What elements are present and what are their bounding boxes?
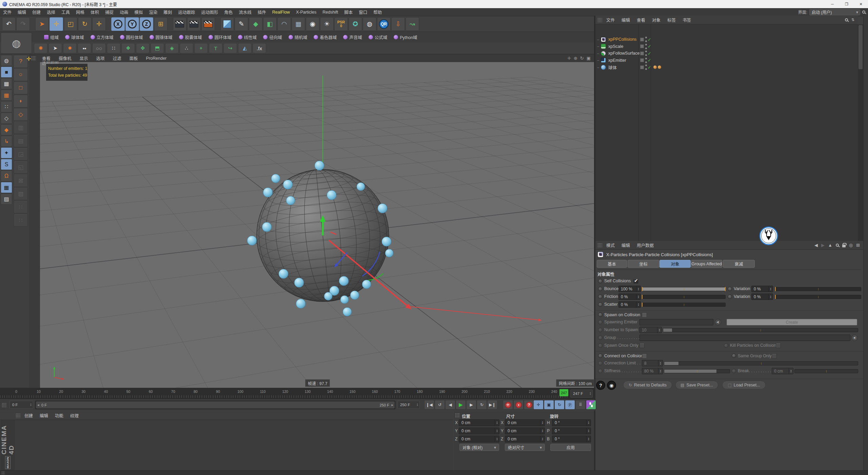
break-field[interactable]: 0 cm (772, 368, 793, 374)
field-preset-button[interactable]: Python域 (394, 34, 417, 40)
object-picker-icon[interactable] (715, 319, 721, 325)
object-name[interactable]: xpFollowSurface (608, 51, 639, 56)
search-icon[interactable] (845, 18, 848, 21)
maximize-button[interactable]: ❐ (840, 0, 854, 8)
polygon-selection[interactable]: ◇ (14, 108, 28, 121)
move-tool[interactable]: ✛ (50, 17, 63, 31)
menu-item[interactable]: RealFlow (269, 8, 293, 16)
object-name[interactable]: xpEmitter (608, 58, 626, 63)
search-icon[interactable] (836, 244, 839, 247)
transfer-tool[interactable]: ◱ (14, 161, 28, 174)
key-scale[interactable]: ▣ (544, 400, 554, 410)
center-tool[interactable]: ◲ (14, 148, 28, 160)
enabled-checkmark[interactable] (648, 37, 651, 42)
interface-select[interactable]: 启动 (用户) (809, 9, 860, 15)
friction-variation-slider[interactable] (775, 295, 861, 299)
am-menu-item[interactable]: 模式 (603, 241, 618, 249)
om-menu-item[interactable]: 标签 (664, 16, 679, 24)
field-preset-button[interactable]: 随机域 (289, 34, 308, 40)
group-field[interactable] (639, 335, 850, 341)
menu-item[interactable]: 网格 (73, 8, 87, 16)
connect-on-collision-checkbox[interactable] (642, 354, 647, 359)
size-x-field[interactable]: 0 cm (505, 419, 545, 426)
select-points[interactable]: ➤ (48, 43, 62, 53)
menu-item[interactable]: 编辑 (15, 8, 29, 16)
dots-grid-1[interactable]: ∷ (14, 201, 28, 213)
menu-item[interactable]: 选择 (44, 8, 58, 16)
om-menu-item[interactable]: 编辑 (618, 16, 633, 24)
play-forward[interactable]: ▶ (456, 400, 466, 410)
knife[interactable]: ◭ (238, 43, 252, 53)
same-group-checkbox[interactable] (772, 354, 777, 359)
download[interactable]: ⇩ (391, 17, 405, 31)
timeline-ruler[interactable]: 247 247 F 010203040506070809010011012013… (0, 388, 595, 399)
menu-item[interactable]: 插件 (255, 8, 269, 16)
object-icon[interactable] (601, 65, 606, 70)
break-slider[interactable] (794, 369, 858, 373)
autokey[interactable]: ◑ (513, 400, 524, 410)
lock-y-axis[interactable]: Y (125, 17, 139, 31)
edges-mode[interactable]: ◇ (1, 113, 12, 124)
layer-swatch[interactable] (640, 52, 644, 55)
polygons-mode[interactable]: ◆ (1, 124, 12, 135)
field-preset-button[interactable]: 圆柱体域 (120, 34, 143, 40)
material-menu-item[interactable]: 纹理 (67, 411, 82, 420)
render-view[interactable] (173, 17, 186, 31)
extrude-poly[interactable]: ✥ (136, 43, 150, 53)
randomize-tool[interactable]: ⊠ (14, 174, 28, 187)
menu-item[interactable]: Redshift (319, 8, 341, 16)
subdivide[interactable]: ❖ (121, 43, 135, 53)
range-start-field[interactable]: 0 F (9, 401, 33, 409)
menu-item[interactable]: 帮助 (370, 8, 385, 16)
key-rotation[interactable]: ↻ (554, 400, 565, 410)
toggle-view[interactable]: ▣ (587, 56, 591, 61)
menu-item[interactable]: 角色 (221, 8, 236, 16)
menu-item[interactable]: 窗口 (356, 8, 370, 16)
model-mode[interactable]: ■ (1, 66, 12, 78)
last-tool[interactable]: ✛ (92, 17, 106, 31)
spawn-once-checkbox[interactable] (639, 343, 645, 348)
key-position[interactable]: ✛ (533, 400, 544, 410)
enabled-checkmark[interactable] (648, 51, 651, 56)
record-options[interactable]: ? (524, 400, 534, 410)
point-grid[interactable]: ∷ (107, 43, 120, 53)
normal-move[interactable]: ⌖ (194, 43, 208, 53)
object-name[interactable]: 球体 (608, 64, 617, 71)
spawning-emitter-field[interactable] (639, 319, 713, 325)
object-name[interactable]: xpPPCollisions (608, 37, 636, 42)
object-picker-icon[interactable] (851, 335, 858, 341)
lock-workplane[interactable]: ▦ (1, 182, 12, 193)
set-point-value[interactable]: ▪▪ (78, 43, 91, 53)
field-preset-button[interactable]: 组域 (44, 34, 59, 40)
size-mode-dropdown[interactable]: 绝对尺寸 (505, 444, 545, 451)
menu-item[interactable]: 创建 (29, 8, 44, 16)
field-preset-button[interactable]: 立方体域 (91, 34, 114, 40)
viewport-menu-item[interactable]: 选项 (92, 54, 109, 62)
object-row[interactable]: – xpFollowSurface (595, 50, 858, 57)
menu-item[interactable]: 动画 (117, 8, 131, 16)
friction-variation-field[interactable]: 0 % (751, 293, 773, 300)
enabled-checkmark[interactable] (648, 65, 651, 70)
layer-swatch[interactable] (640, 37, 644, 41)
material-menu-item[interactable]: 编辑 (36, 411, 52, 420)
load-preset-button[interactable]: ⬚Load Preset... (722, 381, 766, 389)
field-preset-button[interactable]: 着色器域 (314, 34, 337, 40)
enable-axis[interactable]: ↳ (1, 136, 12, 147)
next-frame[interactable]: ▶ (466, 400, 476, 410)
visibility-dots[interactable] (645, 50, 647, 56)
object-tags[interactable] (653, 65, 661, 69)
extrude-t[interactable]: T (209, 43, 222, 53)
extrude-nurbs[interactable]: ◧ (263, 17, 277, 31)
bend-deformer[interactable]: ↝ (406, 17, 419, 31)
stiffness-field[interactable]: 80 % (642, 368, 663, 374)
key-parameter[interactable]: Ⓟ (565, 400, 575, 410)
reset-defaults-button[interactable]: ↻Reset to Defaults (623, 381, 672, 389)
panel-grip[interactable] (597, 243, 602, 248)
points-mode[interactable]: ∷ (1, 101, 12, 112)
field-preset-button[interactable]: 声音域 (343, 34, 362, 40)
am-menu-item[interactable]: 编辑 (618, 241, 633, 249)
menu-item[interactable]: 文件 (0, 8, 15, 16)
parent-up-icon[interactable]: ▲ (828, 243, 832, 248)
friction-field[interactable]: 0 % (618, 293, 641, 300)
position-y-field[interactable]: 0 cm (459, 428, 499, 434)
